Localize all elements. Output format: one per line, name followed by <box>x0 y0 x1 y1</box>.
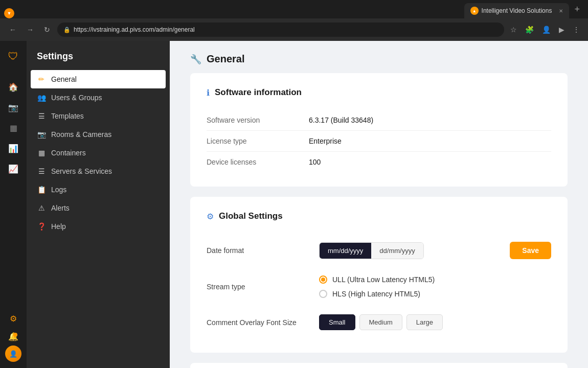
rail-barchart[interactable]: 📈 <box>4 159 22 178</box>
software-info-title: Software information <box>215 87 302 98</box>
sidebar: Settings ✏ General 👥 Users & Groups ☰ Te… <box>27 41 170 368</box>
page-title: General <box>207 53 244 65</box>
font-size-small[interactable]: Small <box>319 314 355 330</box>
bookmark-icon[interactable]: ☆ <box>508 25 519 35</box>
license-type-value: Enterprise <box>309 137 342 145</box>
date-format-controls: mm/dd/yyyy dd/mm/yyyy Save <box>319 242 551 259</box>
page-header-icon: 🔧 <box>190 54 201 65</box>
nav-bar: ← → ↻ 🔒 https://ivstraining.ad.pivs.com/… <box>0 18 588 41</box>
info-icon: ℹ <box>207 88 210 98</box>
sidebar-label-alerts: Alerts <box>51 204 70 212</box>
rail-home[interactable]: 🏠 <box>4 78 22 96</box>
font-size-controls: Small Medium Large <box>319 314 551 330</box>
servers-icon: ☰ <box>37 167 46 175</box>
stream-ull-radio[interactable] <box>319 275 327 284</box>
rail-analytics[interactable]: 📊 <box>4 139 22 157</box>
sidebar-label-templates: Templates <box>51 112 84 120</box>
device-licenses-label: Device licenses <box>207 158 309 166</box>
sidebar-label-servers: Servers & Services <box>51 167 112 175</box>
sidebar-item-templates[interactable]: ☰ Templates <box>27 107 170 125</box>
cast-icon[interactable]: ▶ <box>557 25 567 35</box>
save-button[interactable]: Save <box>510 242 551 259</box>
date-format-row: Date format mm/dd/yyyy dd/mm/yyyy Save <box>207 234 551 267</box>
rail-grid[interactable]: ▦ <box>4 119 22 137</box>
stream-ull-label: ULL (Ultra Low Latency HTML5) <box>332 275 435 284</box>
rooms-icon: 📷 <box>37 130 46 139</box>
date-format-dmy[interactable]: dd/mm/yyyy <box>371 243 423 259</box>
logs-icon: 📋 <box>37 186 46 194</box>
global-settings-header: ⚙ Global Settings <box>207 211 551 221</box>
date-format-label: Date format <box>207 246 319 255</box>
user-avatar[interactable]: 👤 <box>5 346 21 362</box>
stream-ull-option[interactable]: ULL (Ultra Low Latency HTML5) <box>319 275 435 284</box>
active-tab[interactable]: ▲ Intelligent Video Solutions ✕ <box>464 3 570 18</box>
forward-button[interactable]: → <box>24 24 37 36</box>
global-settings-title: Global Settings <box>219 211 283 221</box>
templates-icon: ☰ <box>37 112 46 120</box>
stream-type-radio-group: ULL (Ultra Low Latency HTML5) HLS (High … <box>319 275 435 298</box>
tab-title: Intelligent Video Solutions <box>482 7 552 14</box>
sidebar-item-help[interactable]: ❓ Help <box>27 217 170 236</box>
browser-menu[interactable]: ▼ <box>4 8 14 18</box>
settings-gear-icon: ⚙ <box>207 212 214 221</box>
profile-icon[interactable]: 👤 <box>540 25 553 35</box>
device-licenses-row: Device licenses 100 <box>207 152 551 172</box>
general-icon: ✏ <box>37 75 46 83</box>
sidebar-label-general: General <box>51 75 77 83</box>
software-info-header: ℹ Software information <box>207 87 551 98</box>
icon-rail: 🛡 🏠 📷 ▦ 📊 📈 ⚙ 🔔 👤 <box>0 41 27 368</box>
sidebar-item-alerts[interactable]: ⚠ Alerts <box>27 199 170 217</box>
font-size-medium[interactable]: Medium <box>359 314 402 330</box>
main-content: 🔧 General ℹ Software information Softwar… <box>170 41 588 368</box>
reload-button[interactable]: ↻ <box>41 24 53 36</box>
software-version-value: 6.3.17 (Build 33648) <box>309 116 373 124</box>
software-info-card: ℹ Software information Software version … <box>190 73 568 187</box>
help-icon: ❓ <box>37 222 46 231</box>
rail-logo[interactable]: 🛡 <box>4 47 22 65</box>
sidebar-label-help: Help <box>51 222 66 231</box>
nav-actions: ☆ 🧩 👤 ▶ ⋮ <box>508 25 582 35</box>
sidebar-label-logs: Logs <box>51 186 66 194</box>
font-size-large[interactable]: Large <box>406 314 443 330</box>
device-licenses-value: 100 <box>309 158 321 166</box>
sidebar-item-rooms-cameras[interactable]: 📷 Rooms & Cameras <box>27 125 170 144</box>
tab-close-button[interactable]: ✕ <box>559 8 563 14</box>
date-format-mdy[interactable]: mm/dd/yyyy <box>320 243 371 259</box>
stream-type-controls: ULL (Ultra Low Latency HTML5) HLS (High … <box>319 275 551 298</box>
stream-hls-option[interactable]: HLS (High Latency HTML5) <box>319 290 435 298</box>
menu-icon[interactable]: ⋮ <box>571 25 582 35</box>
page-header: 🔧 General <box>170 41 588 73</box>
tab-extensions: ▼ <box>4 8 14 18</box>
sidebar-label-users: Users & Groups <box>51 94 102 102</box>
stream-hls-radio[interactable] <box>319 290 327 298</box>
license-type-row: License type Enterprise <box>207 131 551 152</box>
notification-area[interactable]: 🔔 <box>8 332 18 341</box>
stream-type-row: Stream type ULL (Ultra Low Latency HTML5… <box>207 267 551 306</box>
stream-type-label: Stream type <box>207 283 319 291</box>
sidebar-item-general[interactable]: ✏ General <box>31 70 166 88</box>
sidebar-item-users-groups[interactable]: 👥 Users & Groups <box>27 88 170 107</box>
tab-bar: ▼ ▲ Intelligent Video Solutions ✕ + <box>0 0 588 18</box>
sidebar-item-containers[interactable]: ▦ Containers <box>27 144 170 162</box>
sidebar-item-logs[interactable]: 📋 Logs <box>27 180 170 199</box>
date-format-group: mm/dd/yyyy dd/mm/yyyy <box>319 242 424 259</box>
sidebar-label-containers: Containers <box>51 149 86 157</box>
rail-bottom: ⚙ 🔔 👤 <box>4 309 22 368</box>
alerts-icon: ⚠ <box>37 204 46 212</box>
url-bar[interactable]: 🔒 https://ivstraining.ad.pivs.com/admin/… <box>57 22 504 37</box>
font-size-label: Comment Overlay Font Size <box>207 318 319 327</box>
rail-settings[interactable]: ⚙ <box>4 309 22 328</box>
sidebar-item-servers-services[interactable]: ☰ Servers & Services <box>27 162 170 180</box>
sidebar-label-rooms: Rooms & Cameras <box>51 130 111 139</box>
font-size-group: Small Medium Large <box>319 314 443 330</box>
back-button[interactable]: ← <box>6 24 19 36</box>
app-layout: 🛡 🏠 📷 ▦ 📊 📈 ⚙ 🔔 👤 Settings ✏ General 👥 U… <box>0 41 588 368</box>
software-version-label: Software version <box>207 116 309 124</box>
containers-icon: ▦ <box>37 149 46 157</box>
sidebar-title: Settings <box>27 51 170 70</box>
rail-camera[interactable]: 📷 <box>4 98 22 117</box>
new-tab-button[interactable]: + <box>570 2 584 17</box>
license-type-label: License type <box>207 137 309 145</box>
url-text: https://ivstraining.ad.pivs.com/admin/ge… <box>74 26 195 33</box>
extensions-icon[interactable]: 🧩 <box>523 25 536 35</box>
